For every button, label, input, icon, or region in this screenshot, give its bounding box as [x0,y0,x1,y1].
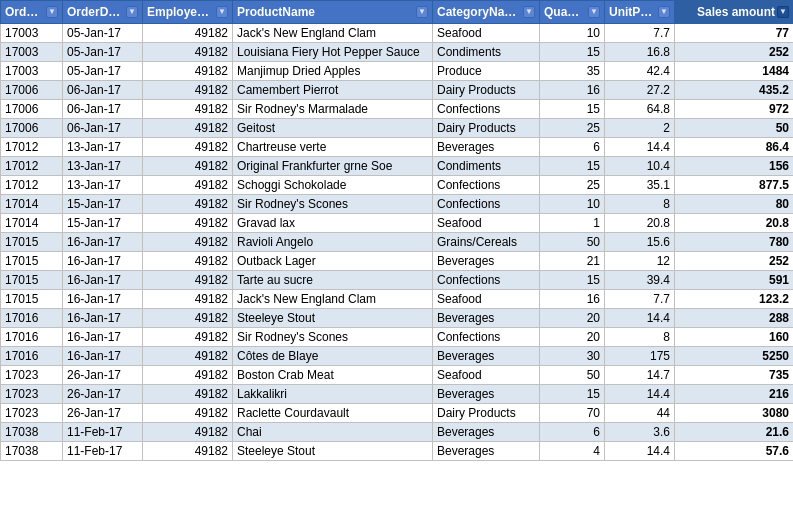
cell-category: Beverages [433,385,540,404]
column-label-orderid: OrderID [5,5,44,19]
cell-orderid: 17003 [1,62,63,81]
cell-empcode: 49182 [143,404,233,423]
column-header-orderid[interactable]: OrderID▼ [1,1,63,24]
cell-empcode: 49182 [143,195,233,214]
cell-orderdate: 06-Jan-17 [63,100,143,119]
cell-sales: 77 [675,24,794,43]
cell-orderid: 17006 [1,81,63,100]
cell-unit: 64.8 [605,100,675,119]
column-header-qty[interactable]: Quantity▼ [540,1,605,24]
cell-product: Tarte au sucre [233,271,433,290]
cell-product: Outback Lager [233,252,433,271]
filter-icon-qty[interactable]: ▼ [588,6,600,18]
cell-empcode: 49182 [143,290,233,309]
cell-sales: 252 [675,43,794,62]
filter-icon-sales[interactable]: ▼ [777,6,789,18]
cell-orderdate: 16-Jan-17 [63,309,143,328]
cell-unit: 3.6 [605,423,675,442]
cell-empcode: 49182 [143,24,233,43]
table-row: 1702326-Jan-1749182Raclette CourdavaultD… [1,404,794,423]
cell-product: Camembert Pierrot [233,81,433,100]
cell-orderid: 17006 [1,100,63,119]
cell-orderid: 17023 [1,385,63,404]
cell-empcode: 49182 [143,43,233,62]
cell-qty: 21 [540,252,605,271]
cell-unit: 39.4 [605,271,675,290]
cell-orderdate: 13-Jan-17 [63,176,143,195]
table-row: 1702326-Jan-1749182Boston Crab MeatSeafo… [1,366,794,385]
table-row: 1701213-Jan-1749182Chartreuse verteBever… [1,138,794,157]
cell-orderdate: 16-Jan-17 [63,328,143,347]
cell-empcode: 49182 [143,81,233,100]
column-label-empcode: EmployeeCode [147,5,214,19]
cell-unit: 15.6 [605,233,675,252]
cell-product: Lakkalikri [233,385,433,404]
table-row: 1701616-Jan-1749182Sir Rodney's SconesCo… [1,328,794,347]
cell-product: Schoggi Schokolade [233,176,433,195]
cell-category: Confections [433,271,540,290]
cell-orderdate: 05-Jan-17 [63,62,143,81]
cell-orderdate: 11-Feb-17 [63,423,143,442]
column-label-category: CategoryName [437,5,521,19]
cell-sales: 156 [675,157,794,176]
cell-category: Condiments [433,43,540,62]
cell-orderdate: 26-Jan-17 [63,404,143,423]
cell-product: Sir Rodney's Marmalade [233,100,433,119]
cell-sales: 735 [675,366,794,385]
cell-sales: 5250 [675,347,794,366]
cell-orderdate: 16-Jan-17 [63,347,143,366]
cell-orderid: 17012 [1,157,63,176]
column-label-qty: Quantity [544,5,586,19]
table-row: 1701415-Jan-1749182Sir Rodney's SconesCo… [1,195,794,214]
cell-category: Beverages [433,423,540,442]
column-header-product[interactable]: ProductName▼ [233,1,433,24]
cell-orderdate: 06-Jan-17 [63,119,143,138]
cell-orderdate: 06-Jan-17 [63,81,143,100]
column-label-orderdate: OrderDate [67,5,124,19]
cell-empcode: 49182 [143,347,233,366]
cell-empcode: 49182 [143,157,233,176]
table-row: 1700305-Jan-1749182Jack's New England Cl… [1,24,794,43]
filter-icon-product[interactable]: ▼ [416,6,428,18]
cell-empcode: 49182 [143,62,233,81]
filter-icon-unit[interactable]: ▼ [658,6,670,18]
cell-category: Confections [433,195,540,214]
cell-product: Geitost [233,119,433,138]
cell-empcode: 49182 [143,271,233,290]
column-header-empcode[interactable]: EmployeeCode▼ [143,1,233,24]
filter-icon-category[interactable]: ▼ [523,6,535,18]
cell-category: Confections [433,328,540,347]
cell-product: Original Frankfurter grne Soe [233,157,433,176]
cell-unit: 35.1 [605,176,675,195]
column-header-category[interactable]: CategoryName▼ [433,1,540,24]
cell-empcode: 49182 [143,252,233,271]
column-header-orderdate[interactable]: OrderDate▼ [63,1,143,24]
cell-empcode: 49182 [143,366,233,385]
cell-qty: 20 [540,328,605,347]
cell-empcode: 49182 [143,385,233,404]
filter-icon-orderid[interactable]: ▼ [46,6,58,18]
table-body: 1700305-Jan-1749182Jack's New England Cl… [1,24,794,461]
cell-empcode: 49182 [143,309,233,328]
cell-qty: 25 [540,119,605,138]
cell-unit: 14.4 [605,385,675,404]
cell-product: Sir Rodney's Scones [233,328,433,347]
filter-icon-empcode[interactable]: ▼ [216,6,228,18]
cell-orderid: 17038 [1,442,63,461]
cell-unit: 8 [605,328,675,347]
filter-icon-orderdate[interactable]: ▼ [126,6,138,18]
table-row: 1701415-Jan-1749182Gravad laxSeafood120.… [1,214,794,233]
column-header-sales[interactable]: Sales amount▼ [675,1,794,24]
cell-category: Confections [433,100,540,119]
column-label-sales: Sales amount [679,5,775,19]
table-row: 1702326-Jan-1749182LakkalikriBeverages15… [1,385,794,404]
column-label-unit: UnitPrice [609,5,656,19]
column-header-unit[interactable]: UnitPrice▼ [605,1,675,24]
table-row: 1701516-Jan-1749182Tarte au sucreConfect… [1,271,794,290]
table-row: 1701516-Jan-1749182Outback LagerBeverage… [1,252,794,271]
cell-category: Dairy Products [433,119,540,138]
cell-orderid: 17016 [1,309,63,328]
cell-orderid: 17015 [1,252,63,271]
cell-product: Côtes de Blaye [233,347,433,366]
cell-product: Steeleye Stout [233,309,433,328]
